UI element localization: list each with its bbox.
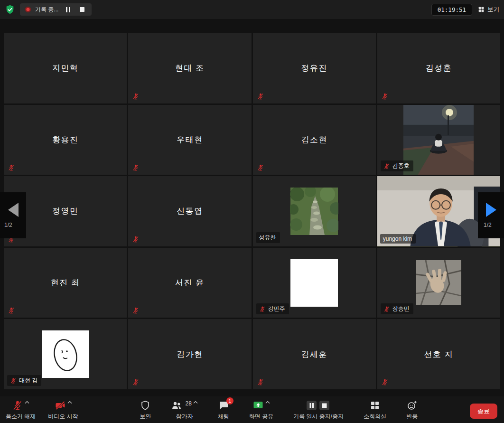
participant-name-label: 김종호: [381, 160, 413, 171]
participants-icon: [171, 400, 182, 411]
mic-off-icon: [12, 400, 23, 411]
muted-mic-icon: [132, 164, 140, 171]
participant-tile-15[interactable]: 강민주: [253, 248, 376, 318]
topbar-left: 기록 중...: [5, 3, 92, 16]
share-screen-button[interactable]: 화면 공유: [249, 399, 273, 421]
muted-mic-icon: [259, 306, 266, 312]
page-indicator-left: 1/2: [0, 222, 12, 228]
security-shield-icon[interactable]: [5, 4, 15, 15]
participant-name: 김성훈: [377, 33, 500, 103]
participant-tile-14[interactable]: 서진 윤: [128, 248, 251, 318]
unmute-button[interactable]: 음소거 해제: [6, 399, 36, 421]
participant-tile-8[interactable]: 김종호: [377, 105, 500, 175]
view-label: 보기: [487, 6, 499, 14]
participant-name: 서진 윤: [128, 248, 251, 318]
pause-recording-button[interactable]: [63, 5, 73, 14]
participant-tile-19[interactable]: 김세훈: [253, 319, 376, 389]
participant-name-label: yungon kim: [380, 234, 416, 244]
chat-button[interactable]: 1 채팅: [218, 399, 229, 421]
participant-tile-13[interactable]: 현진 최: [4, 248, 127, 318]
muted-mic-icon: [10, 377, 17, 384]
breakout-rooms-label: 소회의실: [364, 413, 386, 421]
muted-mic-icon: [8, 307, 15, 314]
participants-count: 28: [185, 400, 191, 407]
participants-label: 참가자: [176, 413, 193, 421]
chat-unread-badge: 1: [226, 397, 233, 404]
stop-recording-button[interactable]: [77, 5, 87, 14]
participants-grid: 지민혁현대 조정유진김성훈황용진우태현김소현김종호정영민신동엽성유찬yungon…: [4, 33, 500, 389]
topbar-right: 01:19:51 보기: [431, 4, 499, 16]
participant-name: 신동엽: [128, 176, 251, 246]
participant-name: 현대 조: [128, 33, 251, 103]
participant-tile-17[interactable]: 대현 김: [4, 319, 127, 389]
pause-icon: [66, 7, 70, 12]
participant-name: yungon kim: [383, 235, 412, 242]
previous-page-button[interactable]: 1/2: [0, 192, 26, 238]
participant-tile-20[interactable]: 선호 지: [377, 319, 500, 389]
muted-mic-icon: [257, 164, 264, 171]
meeting-timer: 01:19:51: [431, 4, 472, 16]
participant-name: 대현 김: [19, 376, 37, 385]
record-controls-button[interactable]: 기록 일시 중지/중지: [293, 399, 344, 421]
participant-tile-10[interactable]: 신동엽: [128, 176, 251, 246]
participant-tile-11[interactable]: 성유찬: [253, 176, 376, 246]
security-button[interactable]: 보안: [140, 399, 151, 421]
participant-tile-18[interactable]: 김가현: [128, 319, 251, 389]
recording-label: 기록 중...: [35, 6, 58, 14]
participant-name: 성유찬: [259, 234, 276, 242]
participant-name: 현진 최: [4, 248, 127, 318]
grid-view-icon: [478, 6, 485, 13]
record-controls-label: 기록 일시 중지/중지: [293, 413, 344, 421]
arrow-right-icon: [486, 203, 496, 217]
participant-tile-7[interactable]: 김소현: [253, 105, 376, 175]
participant-name: 김가현: [128, 319, 251, 389]
start-video-label: 비디오 시작: [48, 413, 78, 421]
participant-tile-3[interactable]: 정유진: [253, 33, 376, 103]
toolbar-center-group: 보안 28 참가자: [125, 399, 418, 421]
next-page-button[interactable]: 1/2: [478, 192, 504, 238]
participant-name: 우태현: [128, 105, 251, 175]
participant-name: 김종호: [392, 162, 410, 170]
muted-mic-icon: [257, 378, 264, 386]
participant-name: 선호 지: [377, 319, 500, 389]
camera-off-icon: [55, 400, 66, 411]
page-indicator-right: 1/2: [478, 222, 492, 228]
breakout-rooms-button[interactable]: 소회의실: [364, 399, 386, 421]
share-screen-label: 화면 공유: [249, 413, 273, 421]
pause-stop-recording-icon: [306, 400, 331, 411]
participant-tile-1[interactable]: 지민혁: [4, 33, 127, 103]
participant-name-label: 성유찬: [256, 232, 280, 243]
stop-icon: [80, 7, 84, 12]
muted-mic-icon: [132, 378, 140, 386]
muted-mic-icon: [132, 93, 140, 100]
security-label: 보안: [140, 413, 151, 421]
reactions-button[interactable]: 반응: [406, 399, 418, 421]
participant-name-label: 장승민: [381, 303, 413, 314]
unmute-label: 음소거 해제: [6, 413, 36, 421]
muted-mic-icon: [8, 164, 15, 171]
muted-mic-icon: [381, 93, 389, 100]
participant-tile-16[interactable]: 장승민: [377, 248, 500, 318]
start-video-button[interactable]: 비디오 시작: [48, 399, 78, 421]
arrow-left-icon: [8, 203, 19, 217]
muted-mic-icon: [383, 163, 390, 169]
participants-button[interactable]: 28 참가자: [171, 399, 197, 421]
participant-tile-6[interactable]: 우태현: [128, 105, 251, 175]
participant-tile-4[interactable]: 김성훈: [377, 33, 500, 103]
zoom-meeting-window: 기록 중... 01:19:51 보기 지민혁현대 조정유진김성훈황용진우태현김…: [0, 0, 504, 423]
recording-dot-icon: [25, 6, 31, 13]
shield-icon: [140, 400, 151, 411]
participant-name: 장승민: [392, 305, 410, 313]
participant-name-label: 대현 김: [7, 375, 41, 386]
participant-name: 김소현: [253, 105, 376, 175]
participant-name: 지민혁: [4, 33, 127, 103]
view-button[interactable]: 보기: [478, 6, 499, 14]
muted-mic-icon: [381, 378, 389, 386]
participant-tile-2[interactable]: 현대 조: [128, 33, 251, 103]
chat-label: 채팅: [218, 413, 229, 421]
muted-mic-icon: [132, 307, 140, 314]
bottom-toolbar: 음소거 해제 비디오 시작: [0, 396, 504, 423]
participant-name-label: 강민주: [256, 303, 289, 314]
end-meeting-button[interactable]: 종료: [470, 404, 497, 419]
participant-tile-5[interactable]: 황용진: [4, 105, 127, 175]
